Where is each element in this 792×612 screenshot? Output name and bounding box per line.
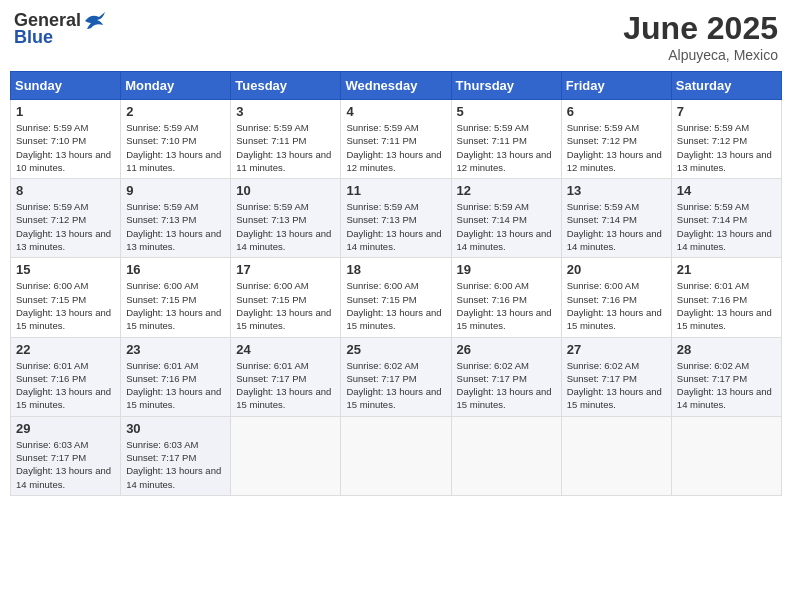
day-number: 3	[236, 104, 335, 119]
day-number: 7	[677, 104, 776, 119]
day-number: 22	[16, 342, 115, 357]
table-row: 30Sunrise: 6:03 AMSunset: 7:17 PMDayligh…	[121, 416, 231, 495]
day-number: 24	[236, 342, 335, 357]
day-info: Sunrise: 5:59 AMSunset: 7:10 PMDaylight:…	[126, 121, 225, 174]
day-number: 19	[457, 262, 556, 277]
day-info: Sunrise: 5:59 AMSunset: 7:14 PMDaylight:…	[677, 200, 776, 253]
day-info: Sunrise: 6:03 AMSunset: 7:17 PMDaylight:…	[16, 438, 115, 491]
day-info: Sunrise: 6:00 AMSunset: 7:16 PMDaylight:…	[457, 279, 556, 332]
day-number: 11	[346, 183, 445, 198]
calendar-header-row: Sunday Monday Tuesday Wednesday Thursday…	[11, 72, 782, 100]
day-number: 6	[567, 104, 666, 119]
day-info: Sunrise: 6:02 AMSunset: 7:17 PMDaylight:…	[457, 359, 556, 412]
calendar-week-row: 15Sunrise: 6:00 AMSunset: 7:15 PMDayligh…	[11, 258, 782, 337]
day-info: Sunrise: 5:59 AMSunset: 7:11 PMDaylight:…	[236, 121, 335, 174]
calendar-week-row: 29Sunrise: 6:03 AMSunset: 7:17 PMDayligh…	[11, 416, 782, 495]
location-subtitle: Alpuyeca, Mexico	[623, 47, 778, 63]
table-row: 20Sunrise: 6:00 AMSunset: 7:16 PMDayligh…	[561, 258, 671, 337]
table-row: 9Sunrise: 5:59 AMSunset: 7:13 PMDaylight…	[121, 179, 231, 258]
logo: General Blue	[14, 10, 107, 48]
table-row: 8Sunrise: 5:59 AMSunset: 7:12 PMDaylight…	[11, 179, 121, 258]
header-wednesday: Wednesday	[341, 72, 451, 100]
day-number: 21	[677, 262, 776, 277]
table-row	[341, 416, 451, 495]
table-row: 5Sunrise: 5:59 AMSunset: 7:11 PMDaylight…	[451, 100, 561, 179]
table-row	[561, 416, 671, 495]
header-monday: Monday	[121, 72, 231, 100]
day-number: 4	[346, 104, 445, 119]
calendar-week-row: 22Sunrise: 6:01 AMSunset: 7:16 PMDayligh…	[11, 337, 782, 416]
day-info: Sunrise: 5:59 AMSunset: 7:12 PMDaylight:…	[677, 121, 776, 174]
header-sunday: Sunday	[11, 72, 121, 100]
day-info: Sunrise: 5:59 AMSunset: 7:14 PMDaylight:…	[567, 200, 666, 253]
calendar-week-row: 1Sunrise: 5:59 AMSunset: 7:10 PMDaylight…	[11, 100, 782, 179]
table-row: 25Sunrise: 6:02 AMSunset: 7:17 PMDayligh…	[341, 337, 451, 416]
day-info: Sunrise: 6:02 AMSunset: 7:17 PMDaylight:…	[346, 359, 445, 412]
table-row	[451, 416, 561, 495]
table-row: 19Sunrise: 6:00 AMSunset: 7:16 PMDayligh…	[451, 258, 561, 337]
header-saturday: Saturday	[671, 72, 781, 100]
day-number: 13	[567, 183, 666, 198]
header-thursday: Thursday	[451, 72, 561, 100]
day-number: 26	[457, 342, 556, 357]
day-number: 20	[567, 262, 666, 277]
table-row: 22Sunrise: 6:01 AMSunset: 7:16 PMDayligh…	[11, 337, 121, 416]
day-number: 1	[16, 104, 115, 119]
day-number: 16	[126, 262, 225, 277]
day-number: 18	[346, 262, 445, 277]
table-row: 6Sunrise: 5:59 AMSunset: 7:12 PMDaylight…	[561, 100, 671, 179]
day-info: Sunrise: 5:59 AMSunset: 7:11 PMDaylight:…	[457, 121, 556, 174]
day-info: Sunrise: 6:03 AMSunset: 7:17 PMDaylight:…	[126, 438, 225, 491]
day-info: Sunrise: 5:59 AMSunset: 7:12 PMDaylight:…	[567, 121, 666, 174]
day-info: Sunrise: 6:00 AMSunset: 7:15 PMDaylight:…	[236, 279, 335, 332]
logo-blue-text: Blue	[14, 27, 53, 48]
day-number: 14	[677, 183, 776, 198]
day-info: Sunrise: 5:59 AMSunset: 7:10 PMDaylight:…	[16, 121, 115, 174]
table-row: 14Sunrise: 5:59 AMSunset: 7:14 PMDayligh…	[671, 179, 781, 258]
table-row: 24Sunrise: 6:01 AMSunset: 7:17 PMDayligh…	[231, 337, 341, 416]
table-row: 10Sunrise: 5:59 AMSunset: 7:13 PMDayligh…	[231, 179, 341, 258]
day-number: 17	[236, 262, 335, 277]
day-info: Sunrise: 5:59 AMSunset: 7:13 PMDaylight:…	[346, 200, 445, 253]
header-friday: Friday	[561, 72, 671, 100]
table-row	[671, 416, 781, 495]
day-info: Sunrise: 6:01 AMSunset: 7:16 PMDaylight:…	[126, 359, 225, 412]
table-row: 28Sunrise: 6:02 AMSunset: 7:17 PMDayligh…	[671, 337, 781, 416]
table-row: 16Sunrise: 6:00 AMSunset: 7:15 PMDayligh…	[121, 258, 231, 337]
day-info: Sunrise: 6:01 AMSunset: 7:17 PMDaylight:…	[236, 359, 335, 412]
day-number: 5	[457, 104, 556, 119]
day-info: Sunrise: 6:01 AMSunset: 7:16 PMDaylight:…	[677, 279, 776, 332]
day-info: Sunrise: 6:00 AMSunset: 7:16 PMDaylight:…	[567, 279, 666, 332]
day-info: Sunrise: 6:01 AMSunset: 7:16 PMDaylight:…	[16, 359, 115, 412]
day-number: 29	[16, 421, 115, 436]
day-info: Sunrise: 6:00 AMSunset: 7:15 PMDaylight:…	[346, 279, 445, 332]
day-number: 8	[16, 183, 115, 198]
title-block: June 2025 Alpuyeca, Mexico	[623, 10, 778, 63]
table-row: 29Sunrise: 6:03 AMSunset: 7:17 PMDayligh…	[11, 416, 121, 495]
day-number: 28	[677, 342, 776, 357]
day-info: Sunrise: 5:59 AMSunset: 7:13 PMDaylight:…	[126, 200, 225, 253]
day-number: 30	[126, 421, 225, 436]
day-info: Sunrise: 6:02 AMSunset: 7:17 PMDaylight:…	[567, 359, 666, 412]
page-header: General Blue June 2025 Alpuyeca, Mexico	[10, 10, 782, 63]
day-number: 23	[126, 342, 225, 357]
table-row: 18Sunrise: 6:00 AMSunset: 7:15 PMDayligh…	[341, 258, 451, 337]
day-info: Sunrise: 6:02 AMSunset: 7:17 PMDaylight:…	[677, 359, 776, 412]
header-tuesday: Tuesday	[231, 72, 341, 100]
day-number: 9	[126, 183, 225, 198]
table-row: 7Sunrise: 5:59 AMSunset: 7:12 PMDaylight…	[671, 100, 781, 179]
day-number: 12	[457, 183, 556, 198]
table-row: 3Sunrise: 5:59 AMSunset: 7:11 PMDaylight…	[231, 100, 341, 179]
table-row: 2Sunrise: 5:59 AMSunset: 7:10 PMDaylight…	[121, 100, 231, 179]
table-row: 15Sunrise: 6:00 AMSunset: 7:15 PMDayligh…	[11, 258, 121, 337]
table-row: 4Sunrise: 5:59 AMSunset: 7:11 PMDaylight…	[341, 100, 451, 179]
day-number: 15	[16, 262, 115, 277]
day-info: Sunrise: 5:59 AMSunset: 7:11 PMDaylight:…	[346, 121, 445, 174]
day-number: 2	[126, 104, 225, 119]
table-row: 11Sunrise: 5:59 AMSunset: 7:13 PMDayligh…	[341, 179, 451, 258]
month-title: June 2025	[623, 10, 778, 47]
calendar-table: Sunday Monday Tuesday Wednesday Thursday…	[10, 71, 782, 496]
day-info: Sunrise: 5:59 AMSunset: 7:14 PMDaylight:…	[457, 200, 556, 253]
table-row: 1Sunrise: 5:59 AMSunset: 7:10 PMDaylight…	[11, 100, 121, 179]
logo-bird-icon	[83, 11, 107, 31]
